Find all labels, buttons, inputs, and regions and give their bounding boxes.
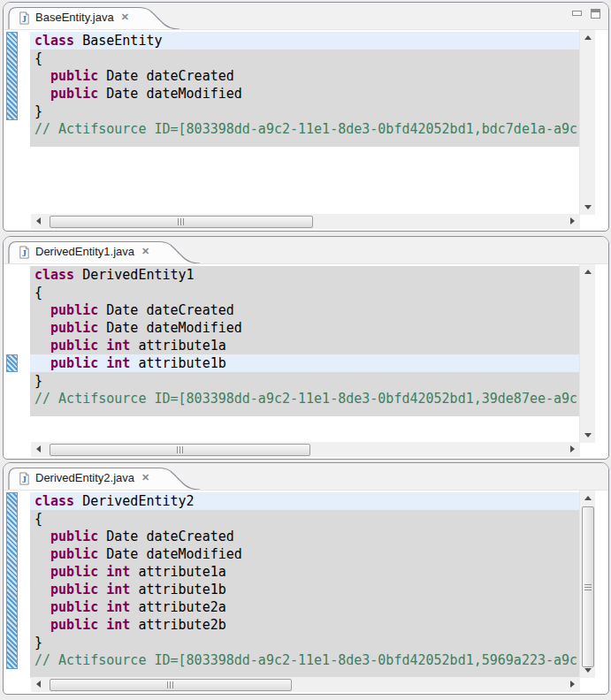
tab-label: DerivedEntity2.java xyxy=(35,471,134,484)
plain-token: } xyxy=(34,103,42,119)
scroll-right-icon[interactable] xyxy=(570,445,575,453)
editor-pane-derivedentity1-java: J DerivedEntity1.java ✕ class DerivedEnt… xyxy=(3,236,609,460)
plain-token xyxy=(98,582,106,597)
plain-token: DerivedEntity1 xyxy=(74,267,194,283)
keyword-token: class xyxy=(34,267,74,283)
horizontal-scrollbar[interactable] xyxy=(31,677,580,692)
generated-region-tail xyxy=(30,407,579,416)
editor-tab-bar: J DerivedEntity2.java ✕ xyxy=(4,463,608,491)
scroll-down-icon[interactable] xyxy=(584,668,592,673)
code-line: // Actifsource ID=[803398dd-a9c2-11e1-8d… xyxy=(30,120,579,138)
horizontal-scrollbar[interactable] xyxy=(31,214,580,229)
plain-token: Date dateModified xyxy=(98,86,242,102)
code-line: public Date dateCreated xyxy=(30,67,579,85)
scroll-up-icon[interactable] xyxy=(584,270,592,274)
code-line: public int attribute2b xyxy=(30,616,579,634)
code-line: public int attribute1b xyxy=(30,581,579,598)
scroll-up-icon[interactable] xyxy=(584,35,592,40)
scroll-left-icon[interactable] xyxy=(36,217,41,224)
horizontal-scroll-thumb[interactable] xyxy=(50,679,292,691)
code-line: public int attribute2a xyxy=(30,598,579,616)
plain-token: { xyxy=(34,50,42,66)
maximize-icon[interactable] xyxy=(589,9,602,20)
plain-token: BaseEntity xyxy=(74,33,162,49)
java-file-icon: J xyxy=(18,11,31,25)
editor-right-margin xyxy=(595,491,608,678)
keyword-token: int xyxy=(106,338,130,354)
keyword-token: int xyxy=(106,564,130,580)
keyword-token: public xyxy=(50,617,98,633)
scroll-up-icon[interactable] xyxy=(584,496,592,500)
scroll-down-icon[interactable] xyxy=(584,205,592,209)
scroll-left-icon[interactable] xyxy=(36,445,41,453)
plain-token xyxy=(98,564,106,580)
minimize-icon[interactable] xyxy=(570,9,584,20)
quick-diff-marker xyxy=(6,354,18,372)
keyword-token: int xyxy=(106,617,130,633)
code-editor[interactable]: class DerivedEntity1{ public Date dateCr… xyxy=(30,264,579,443)
annotation-ruler xyxy=(4,30,30,215)
plain-token xyxy=(34,338,50,354)
code-line: public Date dateModified xyxy=(30,319,579,337)
keyword-token: public xyxy=(50,320,98,336)
editor-tab[interactable]: J DerivedEntity2.java ✕ xyxy=(14,468,153,489)
vertical-scroll-thumb[interactable] xyxy=(582,506,594,667)
keyword-token: class xyxy=(34,493,74,509)
tab-close-icon[interactable]: ✕ xyxy=(121,11,129,23)
code-line: public Date dateModified xyxy=(30,85,579,103)
vertical-scrollbar[interactable] xyxy=(579,491,595,678)
generated-region-tail xyxy=(30,138,579,147)
keyword-token: int xyxy=(106,599,130,615)
keyword-token: class xyxy=(34,33,74,49)
editor-tab[interactable]: J BaseEntity.java ✕ xyxy=(14,7,133,28)
horizontal-scroll-thumb[interactable] xyxy=(50,216,313,228)
annotation-ruler xyxy=(4,491,30,678)
tab-close-icon[interactable]: ✕ xyxy=(141,246,149,257)
horizontal-scrollbar[interactable] xyxy=(31,442,580,457)
keyword-token: public xyxy=(50,338,98,354)
plain-token xyxy=(34,68,50,84)
plain-token xyxy=(98,338,106,354)
vertical-scrollbar[interactable] xyxy=(579,264,595,443)
svg-text:J: J xyxy=(22,247,27,257)
plain-token xyxy=(34,599,50,615)
code-line: // Actifsource ID=[803398dd-a9c2-11e1-8d… xyxy=(30,390,579,407)
code-line: public Date dateCreated xyxy=(30,528,579,545)
code-line: class BaseEntity xyxy=(30,32,579,49)
code-editor[interactable]: class DerivedEntity2{ public Date dateCr… xyxy=(30,491,579,678)
java-file-icon: J xyxy=(18,472,31,485)
horizontal-scroll-thumb[interactable] xyxy=(50,444,310,456)
code-line: public int attribute1a xyxy=(30,563,579,581)
editor-tab-bar: J BaseEntity.java ✕ xyxy=(4,3,608,30)
keyword-token: public xyxy=(50,599,98,615)
scroll-down-icon[interactable] xyxy=(584,433,592,438)
plain-token xyxy=(34,564,50,580)
tab-close-icon[interactable]: ✕ xyxy=(141,472,149,483)
scroll-left-icon[interactable] xyxy=(36,681,41,688)
editor-right-margin xyxy=(595,30,608,215)
plain-token: attribute1b xyxy=(130,582,225,597)
code-line: class DerivedEntity2 xyxy=(30,492,579,510)
code-line: public Date dateCreated xyxy=(30,301,579,319)
plain-token: } xyxy=(34,373,42,389)
plain-token xyxy=(34,582,50,597)
scroll-right-icon[interactable] xyxy=(570,681,575,688)
keyword-token: public xyxy=(50,302,98,318)
tab-label: DerivedEntity1.java xyxy=(35,245,134,258)
code-editor[interactable]: class BaseEntity{ public Date dateCreate… xyxy=(30,30,579,215)
editor-right-margin xyxy=(595,264,608,443)
plain-token xyxy=(34,86,50,102)
code-line: } xyxy=(30,103,579,120)
vertical-scrollbar[interactable] xyxy=(579,30,595,215)
view-controls xyxy=(570,9,602,20)
scroll-right-icon[interactable] xyxy=(570,217,575,224)
code-line: { xyxy=(30,510,579,528)
keyword-token: int xyxy=(106,355,130,371)
plain-token: attribute1b xyxy=(130,355,225,371)
plain-token xyxy=(34,320,50,336)
tab-label: BaseEntity.java xyxy=(35,11,114,24)
editor-tab[interactable]: J DerivedEntity1.java ✕ xyxy=(14,241,153,262)
keyword-token: public xyxy=(50,86,98,102)
code-line: { xyxy=(30,284,579,301)
plain-token xyxy=(98,355,106,371)
